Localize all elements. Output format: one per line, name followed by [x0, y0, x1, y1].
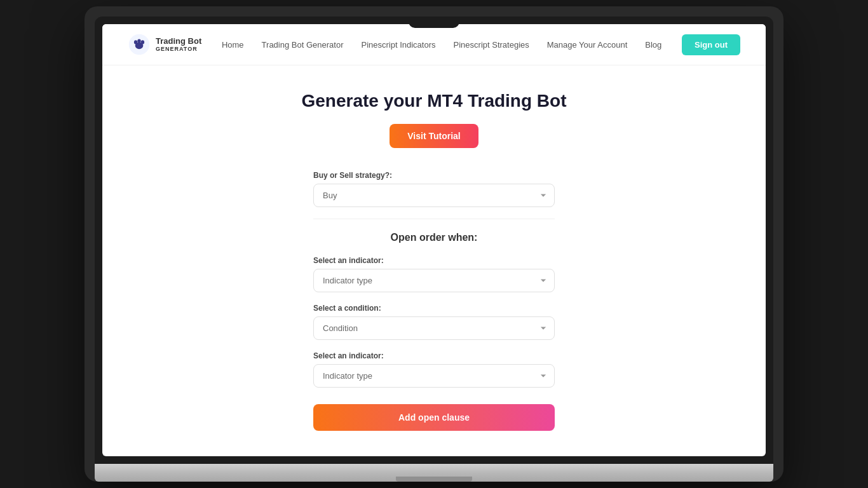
add-open-clause-button[interactable]: Add open clause	[313, 404, 555, 431]
main-content: Generate your MT4 Trading Bot Visit Tuto…	[102, 65, 766, 456]
nav-blog[interactable]: Blog	[645, 40, 661, 50]
logo: Trading Bot GENERATOR	[128, 33, 201, 56]
condition-select[interactable]: Condition	[313, 316, 555, 340]
signout-button[interactable]: Sign out	[682, 34, 740, 55]
visit-tutorial-button[interactable]: Visit Tutorial	[390, 124, 478, 148]
condition-group: Select a condition: Condition	[313, 304, 555, 340]
indicator2-group: Select an indicator: Indicator type	[313, 351, 555, 388]
indicator2-label: Select an indicator:	[313, 351, 555, 360]
nav-pinescript-strategies[interactable]: Pinescript Strategies	[454, 40, 529, 50]
indicator1-group: Select an indicator: Indicator type	[313, 256, 555, 292]
nav-home[interactable]: Home	[222, 40, 244, 50]
buy-sell-label: Buy or Sell strategy?:	[313, 171, 555, 180]
logo-icon	[128, 33, 151, 56]
indicator1-select[interactable]: Indicator type	[313, 269, 555, 292]
buy-sell-select[interactable]: Buy Sell	[313, 184, 555, 207]
nav-trading-bot-generator[interactable]: Trading Bot Generator	[262, 40, 344, 50]
svg-point-4	[141, 40, 144, 44]
nav-pinescript-indicators[interactable]: Pinescript Indicators	[361, 40, 435, 50]
nav-links: Home Trading Bot Generator Pinescript In…	[222, 39, 661, 50]
svg-point-2	[134, 40, 137, 44]
indicator2-select[interactable]: Indicator type	[313, 364, 555, 388]
condition-label: Select a condition:	[313, 304, 555, 313]
nav-manage-account[interactable]: Manage Your Account	[547, 40, 628, 50]
navbar: Trading Bot GENERATOR Home Trading Bot G…	[102, 24, 766, 65]
svg-point-3	[137, 39, 140, 43]
indicator1-label: Select an indicator:	[313, 256, 555, 265]
open-order-label: Open order when:	[313, 232, 555, 243]
logo-text: Trading Bot GENERATOR	[156, 36, 201, 53]
buy-sell-group: Buy or Sell strategy?: Buy Sell	[313, 171, 555, 207]
form-section: Buy or Sell strategy?: Buy Sell Open ord…	[313, 171, 555, 431]
page-title: Generate your MT4 Trading Bot	[302, 91, 567, 111]
laptop-base	[95, 464, 773, 482]
divider	[313, 219, 555, 219]
